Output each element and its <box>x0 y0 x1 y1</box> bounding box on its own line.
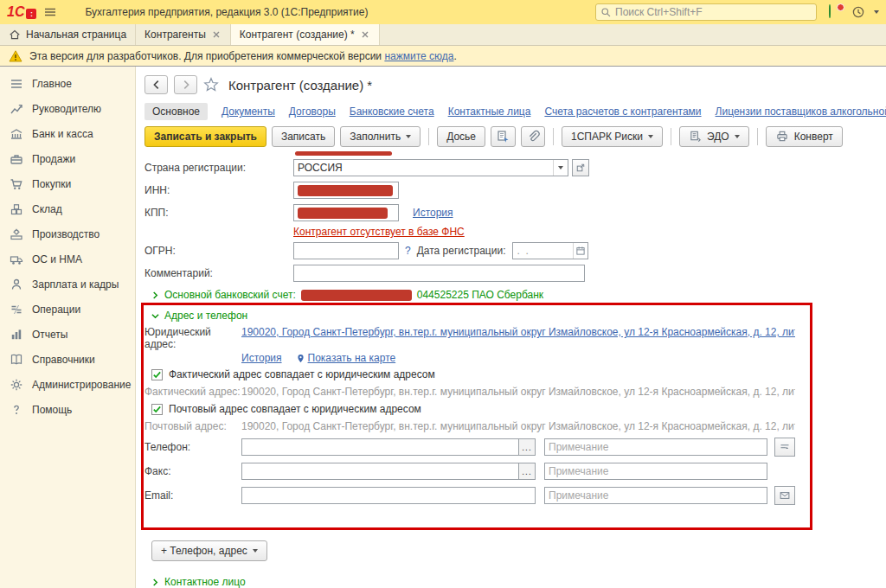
sidebar-item-pokupki[interactable]: Покупки <box>0 171 135 196</box>
sidebar-item-otchety[interactable]: Отчеты <box>0 322 135 347</box>
bank-section-label: Основной банковский счет: <box>164 289 296 301</box>
sidebar-item-glavnoe[interactable]: Главное <box>0 71 135 96</box>
main-menu-icon[interactable] <box>43 5 57 19</box>
ogrn-help-link[interactable]: ? <box>405 245 411 257</box>
nav-link-licenses[interactable]: Лицензии поставщиков алкогольной продукц… <box>716 105 886 118</box>
actual-address-checkbox-label[interactable]: Фактический адрес совпадает с юридически… <box>169 368 435 380</box>
history-icon[interactable] <box>851 5 865 19</box>
sidebar-item-sklad[interactable]: Склад <box>0 196 135 221</box>
sidebar-item-bank-kassa[interactable]: Банк и касса <box>0 121 135 146</box>
attach-button[interactable] <box>521 126 545 147</box>
tab-close-icon[interactable] <box>211 29 222 40</box>
add-phone-address-label: + Телефон, адрес <box>161 545 247 557</box>
nav-link-dokumenty[interactable]: Документы <box>222 105 275 118</box>
warning-link[interactable]: нажмите сюда <box>384 50 453 62</box>
home-tab-label: Начальная страница <box>26 29 126 41</box>
country-input[interactable] <box>294 162 553 174</box>
sidebar-item-prodazhi[interactable]: Продажи <box>0 146 135 171</box>
nav-link-settlement-accounts[interactable]: Счета расчетов с контрагентами <box>544 105 701 118</box>
nav-link-bank-accounts[interactable]: Банковские счета <box>350 105 434 118</box>
favorite-star-icon[interactable] <box>203 77 219 93</box>
inn-field[interactable] <box>293 182 399 199</box>
phone-input[interactable] <box>242 441 518 453</box>
sidebar-item-administrirovanie[interactable]: Администрирование <box>0 372 135 397</box>
tab-kontragenty[interactable]: Контрагенты <box>136 24 231 45</box>
spark-button[interactable]: 1СПАРК Риски <box>562 126 663 147</box>
legal-address-link[interactable]: 190020, Город Санкт-Петербург, вн.тер.г.… <box>241 326 795 338</box>
phone-choose-button[interactable]: ... <box>518 439 535 455</box>
actual-address-checkbox[interactable] <box>151 369 163 380</box>
combo-caret-icon[interactable] <box>553 160 568 176</box>
phone-field[interactable]: ... <box>241 438 536 456</box>
sidebar-item-pomosch[interactable]: Помощь <box>0 397 135 422</box>
send-email-button[interactable] <box>774 486 795 505</box>
global-search[interactable] <box>595 3 817 21</box>
phone-note-field[interactable] <box>544 438 767 456</box>
sidebar-item-spravochniki[interactable]: Справочники <box>0 347 135 372</box>
kpp-field[interactable] <box>293 204 399 221</box>
sidebar-item-zarplata[interactable]: Зарплата и кадры <box>0 272 135 297</box>
fill-button[interactable]: Заполнить <box>340 126 421 147</box>
ogrn-field[interactable] <box>293 242 399 259</box>
postal-address-checkbox[interactable] <box>151 404 163 415</box>
save-button[interactable]: Записать <box>272 126 335 147</box>
book-icon <box>10 353 23 367</box>
fns-row: Контрагент отсутствует в базе ФНС <box>144 224 886 240</box>
fns-warning-link[interactable]: Контрагент отсутствует в базе ФНС <box>293 226 465 238</box>
comment-field[interactable] <box>293 265 585 282</box>
sidebar-item-operacii[interactable]: Операции <box>0 297 135 322</box>
home-tab[interactable]: Начальная страница <box>0 24 136 45</box>
envelope-icon <box>779 490 791 501</box>
print-form-button[interactable] <box>491 126 516 147</box>
nav-link-osnovnoe[interactable]: Основное <box>144 103 208 120</box>
topbar: 1С : Бухгалтерия предприятия, редакция 3… <box>0 0 886 24</box>
chevron-down-icon[interactable] <box>874 10 879 14</box>
nav-link-contacts[interactable]: Контактные лица <box>448 105 531 118</box>
reg-date-input[interactable] <box>513 245 573 257</box>
back-button[interactable] <box>144 75 168 94</box>
notifications-icon[interactable] <box>829 5 843 19</box>
bank-section-header[interactable]: Основной банковский счет: 044525225 ПАО … <box>144 284 886 305</box>
fax-note-input[interactable] <box>545 465 767 477</box>
country-field[interactable] <box>293 159 568 176</box>
fax-note-field[interactable] <box>544 463 767 480</box>
contact-section-header[interactable]: Контактное лицо <box>144 572 886 588</box>
sidebar-item-os-nma[interactable]: ОС и НМА <box>0 246 135 272</box>
open-country-button[interactable] <box>572 159 589 176</box>
sidebar-item-proizvodstvo[interactable]: Производство <box>0 221 135 246</box>
tab-close-icon[interactable] <box>360 29 370 40</box>
ogrn-input[interactable] <box>294 245 398 257</box>
edo-button-label: ЭДО <box>707 131 729 143</box>
fax-input[interactable] <box>242 465 518 477</box>
envelope-button[interactable]: Конверт <box>766 126 843 147</box>
actual-address-value: 190020, Город Санкт-Петербург, вн.тер.г.… <box>241 386 795 398</box>
save-close-button[interactable]: Записать и закрыть <box>144 126 266 147</box>
dossier-button[interactable]: Досье <box>437 126 485 147</box>
show-on-map-link[interactable]: Показать на карте <box>308 352 396 364</box>
kpp-history-link[interactable]: История <box>413 207 453 219</box>
email-input[interactable] <box>242 489 535 502</box>
phone-note-input[interactable] <box>545 441 767 453</box>
phone-extra-button[interactable] <box>774 438 795 457</box>
email-field[interactable] <box>241 487 536 504</box>
forward-button[interactable] <box>174 75 197 94</box>
address-section-header[interactable]: Адрес и телефон <box>144 305 886 326</box>
postal-address-checkbox-label[interactable]: Почтовый адрес совпадает с юридическим а… <box>169 403 421 415</box>
comment-input[interactable] <box>294 267 584 279</box>
gear-icon <box>10 378 23 392</box>
reg-date-field[interactable] <box>512 242 588 259</box>
fax-field[interactable]: ... <box>241 463 536 480</box>
legal-address-history-link[interactable]: История <box>241 352 282 364</box>
calendar-button[interactable] <box>573 243 587 259</box>
tab-kontragent-create[interactable]: Контрагент (создание) * <box>231 24 380 45</box>
person-icon <box>10 278 23 291</box>
fax-choose-button[interactable]: ... <box>518 463 535 479</box>
add-phone-address-button[interactable]: + Телефон, адрес <box>151 540 267 561</box>
search-input[interactable] <box>615 6 812 18</box>
email-note-field[interactable] <box>544 487 767 504</box>
nav-link-dogovory[interactable]: Договоры <box>289 105 336 118</box>
sidebar-item-rukovoditelyu[interactable]: Руководителю <box>0 96 135 121</box>
dev-version-warning: Эта версия для разработчиков. Для приобр… <box>0 46 886 67</box>
email-note-input[interactable] <box>545 489 767 502</box>
edo-button[interactable]: ЭДО <box>679 126 749 147</box>
